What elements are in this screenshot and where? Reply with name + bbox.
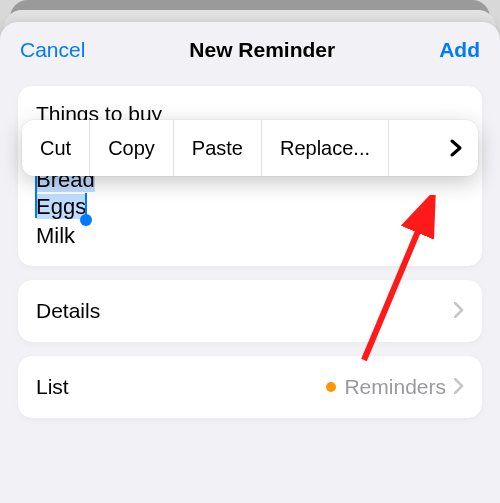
details-label: Details bbox=[36, 299, 100, 323]
list-label: List bbox=[36, 375, 69, 399]
list-value-group: Reminders bbox=[326, 374, 464, 400]
paste-button[interactable]: Paste bbox=[174, 120, 262, 176]
more-actions-button[interactable] bbox=[434, 120, 478, 176]
add-button[interactable]: Add bbox=[439, 38, 480, 62]
chevron-right-icon bbox=[454, 374, 464, 400]
list-row[interactable]: List Reminders bbox=[18, 356, 482, 418]
new-reminder-sheet: Cancel New Reminder Add Things to buy Br… bbox=[0, 22, 500, 503]
title-notes-card: Things to buy Bread Eggs Milk bbox=[18, 86, 482, 266]
nav-bar: Cancel New Reminder Add bbox=[0, 22, 500, 72]
chevron-right-icon bbox=[454, 298, 464, 324]
copy-button[interactable]: Copy bbox=[90, 120, 174, 176]
notes-line-3: Milk bbox=[36, 222, 464, 249]
list-name: Reminders bbox=[344, 375, 446, 399]
cut-button[interactable]: Cut bbox=[22, 120, 90, 176]
list-color-dot-icon bbox=[326, 382, 336, 392]
text-edit-context-menu: Cut Copy Paste Replace... bbox=[22, 120, 478, 176]
cancel-button[interactable]: Cancel bbox=[20, 38, 85, 62]
chevron-right-icon bbox=[450, 139, 462, 157]
replace-button[interactable]: Replace... bbox=[262, 120, 389, 176]
notes-selected-word: Eggs bbox=[36, 194, 86, 219]
details-row[interactable]: Details bbox=[18, 280, 482, 342]
page-title: New Reminder bbox=[189, 38, 335, 62]
